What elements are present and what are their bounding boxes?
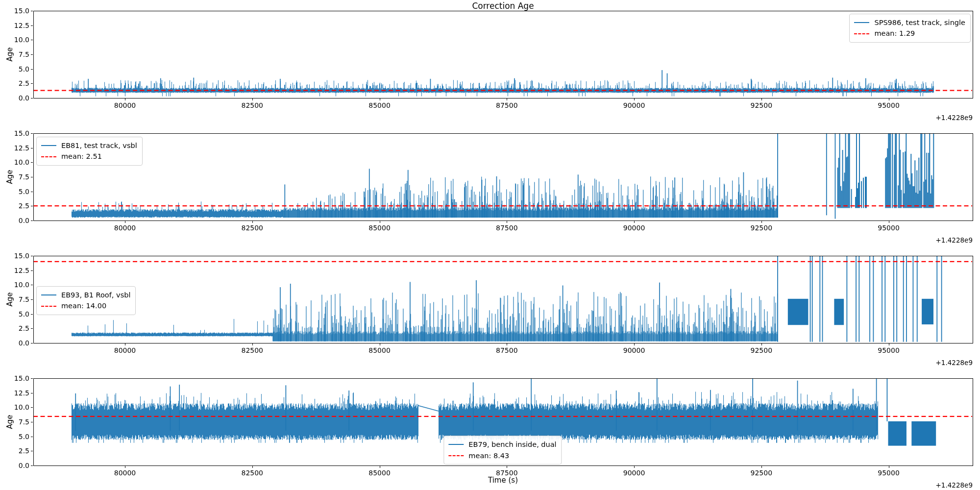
x-tick-label: 87500 [485,101,529,109]
x-tick-label: 85000 [358,224,402,232]
series-line-sample-icon [41,145,56,146]
axis-offset-text: +1.4228e9 [894,359,973,367]
mean-dash-sample-icon [448,455,464,456]
legend-row-series: EB81, test track, vsbl [41,140,137,151]
x-tick-label: 80000 [103,224,147,232]
legend-sps986: SPS986, test track, single mean: 1.29 [849,14,971,43]
legend-series-label: SPS986, test track, single [874,17,965,28]
x-tick-label: 87500 [485,346,529,354]
axis-offset-text: +1.4228e9 [894,114,973,122]
y-tick-label: 2.5 [7,202,29,210]
chart-title: Correction Age [33,1,973,11]
axis-offset-text: +1.4228e9 [894,237,973,245]
y-tick-label: 2.5 [7,324,29,332]
mean-dash-sample-icon [41,306,56,307]
y-axis-label: Age [5,415,14,429]
legend-series-label: EB81, test track, vsbl [61,140,137,151]
x-tick-label: 92500 [739,469,784,477]
legend-mean-label: mean: 8.43 [468,450,509,461]
x-tick-label: 80000 [103,346,147,354]
x-tick-label: 82500 [230,224,274,232]
x-tick-label: 90000 [612,101,656,109]
y-tick-label: 0.0 [7,462,29,469]
y-tick-label: 12.5 [7,267,29,274]
x-tick-label: 82500 [230,346,274,354]
x-tick-label: 95000 [867,224,911,232]
series-line-sample-icon [854,22,869,23]
y-tick-label: 5.0 [7,433,29,441]
legend-mean-label: mean: 2.51 [61,151,102,162]
y-tick-label: 10.0 [7,158,29,166]
x-tick-label: 92500 [739,101,784,109]
y-tick-label: 2.5 [7,447,29,455]
x-axis-label: Time (s) [33,476,973,485]
y-axis-label: Age [5,170,14,184]
y-tick-label: 5.0 [7,65,29,73]
x-tick-label: 92500 [739,346,784,354]
y-tick-label: 10.0 [7,281,29,289]
x-tick-label: 92500 [739,224,784,232]
legend-row-mean: mean: 1.29 [854,28,965,39]
legend-row-series: EB79, bench inside, dual [448,439,556,450]
x-tick-label: 82500 [230,469,274,477]
x-tick-label: 90000 [612,346,656,354]
y-tick-label: 5.0 [7,188,29,196]
legend-row-mean: mean: 14.00 [41,300,130,311]
y-tick-label: 15.0 [7,129,29,137]
x-tick-label: 80000 [103,469,147,477]
x-tick-label: 95000 [867,346,911,354]
y-tick-label: 10.0 [7,403,29,411]
y-tick-label: 0.0 [7,339,29,347]
legend-eb81: EB81, test track, vsbl mean: 2.51 [36,137,143,166]
axis-offset-text: +1.4228e9 [894,482,973,490]
y-tick-label: 12.5 [7,22,29,29]
x-tick-label: 85000 [358,346,402,354]
y-tick-label: 0.0 [7,94,29,102]
y-tick-label: 15.0 [7,7,29,15]
legend-series-label: EB93, B1 Roof, vsbl [61,290,130,300]
x-tick-label: 85000 [358,101,402,109]
figure-correction-age: Correction Age Time (s) 8000082500850008… [0,0,980,490]
x-tick-label: 80000 [103,101,147,109]
x-tick-label: 87500 [485,224,529,232]
x-tick-label: 87500 [485,469,529,477]
x-tick-label: 85000 [358,469,402,477]
y-tick-label: 10.0 [7,36,29,44]
mean-dash-sample-icon [41,156,56,157]
plot-canvas [0,0,980,490]
legend-eb93: EB93, B1 Roof, vsbl mean: 14.00 [36,286,136,315]
series-line-sample-icon [41,294,56,295]
series-line-sample-icon [448,444,464,445]
y-tick-label: 12.5 [7,389,29,397]
mean-dash-sample-icon [854,33,869,34]
x-tick-label: 90000 [612,469,656,477]
legend-series-label: EB79, bench inside, dual [468,439,556,450]
legend-row-mean: mean: 2.51 [41,151,137,162]
x-tick-label: 95000 [867,469,911,477]
legend-row-series: EB93, B1 Roof, vsbl [41,290,130,300]
legend-eb79: EB79, bench inside, dual mean: 8.43 [443,436,562,465]
y-tick-label: 2.5 [7,79,29,87]
x-tick-label: 82500 [230,101,274,109]
y-axis-label: Age [5,292,14,306]
y-tick-label: 5.0 [7,310,29,318]
legend-row-series: SPS986, test track, single [854,17,965,28]
y-tick-label: 0.0 [7,217,29,224]
y-tick-label: 15.0 [7,252,29,260]
legend-row-mean: mean: 8.43 [448,450,556,461]
x-tick-label: 90000 [612,224,656,232]
y-tick-label: 15.0 [7,374,29,382]
legend-mean-label: mean: 14.00 [61,300,106,311]
legend-mean-label: mean: 1.29 [874,28,915,39]
y-axis-label: Age [5,47,14,61]
y-tick-label: 12.5 [7,144,29,152]
x-tick-label: 95000 [867,101,911,109]
